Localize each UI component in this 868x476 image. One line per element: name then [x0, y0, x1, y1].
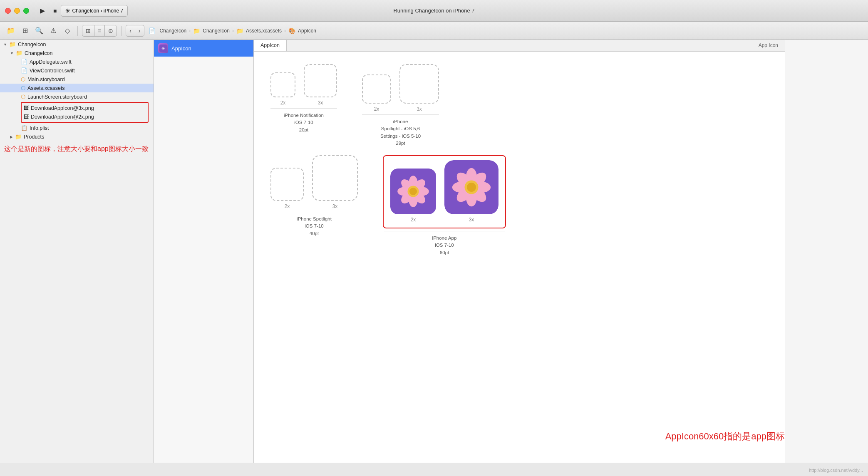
sidebar-item-icon3x[interactable]: 🖼 DownloadAppIcon@3x.png [22, 104, 148, 112]
close-button[interactable] [5, 8, 11, 14]
icon-grid-area: 2x 3x iPhone NotificationiOS 7-1020pt [254, 52, 785, 463]
sidebar-item-infoplist[interactable]: 📋 Info.plist [0, 124, 154, 132]
sidebar-viewcontroller-label: ViewController.swift [30, 68, 75, 74]
hierarchy-icon-btn[interactable]: ⊞ [19, 25, 31, 37]
bottom-annotation-area: AppIcon60x60指的是app图标 [665, 430, 785, 443]
svg-point-21 [467, 183, 476, 192]
sidebar-assets-label: Assets.xcassets [27, 85, 65, 91]
settings-2x-scale: 2x [374, 106, 379, 112]
appicon-label: AppIcon [171, 45, 191, 52]
url-label: http://blog.csdn.net/wddy... [809, 468, 863, 473]
sidebar-launchscreen-label: LaunchScreen.storyboard [27, 94, 87, 100]
sidebar-item-assets[interactable]: ⬡ Assets.xcassets [0, 84, 154, 92]
app-2x-slot[interactable] [390, 169, 436, 214]
right-inspector [785, 40, 868, 463]
sidebar-infoplist-label: Info.plist [30, 125, 49, 131]
appicon-icon: ✳ [158, 43, 168, 53]
settings-3x-scale: 3x [417, 106, 422, 112]
sidebar-mainstoryboard-label: Main.storyboard [27, 77, 65, 82]
titlebar: ▶ ■ ✳ ChangeIcon › iPhone 7 Running Chan… [0, 0, 868, 22]
sidebar-root[interactable]: ▼ 📁 ChangeIcon [0, 40, 154, 49]
settings-3x-slot[interactable] [399, 64, 439, 104]
notification-section: 2x 3x iPhone NotificationiOS 7-1020pt [270, 64, 337, 147]
nav-group: ⊞ ≡ ⊙ [82, 25, 117, 37]
sidebar-products-label: Products [24, 134, 44, 140]
appicon-tab[interactable]: AppIcon [254, 40, 287, 51]
main-content: AppIcon App Icon 2x 3x [254, 40, 785, 463]
notification-title: iPhone NotificationiOS 7-1020pt [284, 112, 324, 134]
appicon-asset-item[interactable]: ✳ AppIcon [154, 40, 253, 57]
tab-right-label: App Icon [752, 40, 785, 51]
red-outline-files: 🖼 DownloadAppIcon@3x.png 🖼 DownloadAppIc… [21, 102, 149, 123]
app-3x-slot[interactable] [444, 160, 498, 214]
sidebar-changeicon-label: ChangeIcon [25, 50, 52, 56]
separator1 [77, 26, 78, 36]
window-title: Running ChangeIcon on iPhone 7 [393, 7, 474, 14]
tag-icon-btn[interactable]: ◇ [62, 25, 73, 37]
nav-arrows: ‹ › [126, 25, 144, 37]
settings-col-2x: 2x [362, 74, 391, 112]
iphone-app-section: 2x [383, 155, 506, 256]
sidebar-icon2x-label: DownloadAppIcon@2x.png [31, 114, 94, 120]
app-3x-scale: 3x [469, 217, 474, 223]
notification-2x-scale: 2x [280, 100, 286, 106]
notification-col-2x: 2x [270, 72, 295, 106]
sidebar-item-appdelegate[interactable]: 📄 AppDelegate.swift [0, 57, 154, 66]
app-2x-scale: 2x [411, 217, 416, 223]
settings-title: iPhoneSpotlight - iOS 5,6Settings - iOS … [380, 118, 421, 147]
warning-icon-btn[interactable]: ⚠ [47, 25, 59, 37]
sidebar-annotation: 这个是新的图标，注意大小要和app图标大小一致 [0, 141, 154, 157]
main-layout: ▼ 📁 ChangeIcon ▼ 📁 ChangeIcon 📄 AppDeleg… [0, 40, 868, 463]
sidebar-item-icon2x[interactable]: 🖼 DownloadAppIcon@2x.png [22, 112, 148, 121]
iphone-spotlight-col-2x: 2x [270, 168, 304, 209]
flower-3x-icon [449, 164, 494, 210]
notification-2x-slot[interactable] [270, 72, 295, 97]
app-col-2x: 2x [390, 169, 436, 223]
sidebar-item-viewcontroller[interactable]: 📄 ViewController.swift [0, 66, 154, 75]
grid-view-btn[interactable]: ⊞ [82, 25, 94, 36]
traffic-lights [5, 8, 29, 14]
settings-col-3x: 3x [399, 64, 439, 112]
folder-icon-btn[interactable]: 📁 [5, 25, 17, 37]
flower-2x-icon [394, 173, 432, 210]
maximize-button[interactable] [23, 8, 29, 14]
svg-point-11 [409, 188, 417, 195]
tab-bar: AppIcon App Icon [254, 40, 785, 52]
sidebar-item-changeicon-folder[interactable]: ▼ 📁 ChangeIcon [0, 49, 154, 57]
sidebar: ▼ 📁 ChangeIcon ▼ 📁 ChangeIcon 📄 AppDeleg… [0, 40, 154, 463]
settings-2x-slot[interactable] [362, 74, 391, 104]
search-icon-btn[interactable]: 🔍 [33, 25, 45, 37]
svg-text:✳: ✳ [161, 46, 165, 51]
scheme-selector[interactable]: ✳ ChangeIcon › iPhone 7 [61, 5, 128, 17]
list-view-btn[interactable]: ≡ [94, 25, 104, 36]
iphone-spotlight-title: iPhone SpotlightiOS 7-1040pt [297, 216, 332, 237]
app-title: iPhone AppiOS 7-1060pt [432, 235, 457, 256]
notification-3x-scale: 3x [318, 100, 323, 106]
sidebar-icon3x-label: DownloadAppIcon@3x.png [31, 105, 94, 111]
run-button[interactable]: ▶ [36, 5, 49, 17]
app-col-3x: 3x [444, 160, 498, 223]
toolbar: 📁 ⊞ 🔍 ⚠ ◇ ⊞ ≡ ⊙ ‹ › 📄 ChangeIcon › 📁 Cha… [0, 22, 868, 40]
asset-navigator: ✳ AppIcon [154, 40, 254, 463]
scheme-label: ChangeIcon › iPhone 7 [72, 8, 123, 14]
nav-back-btn[interactable]: ‹ [126, 25, 135, 36]
spotlight-settings-section: 2x 3x iPhoneSpotlight - iOS 5,6Settings … [362, 64, 439, 147]
iphone-spotlight-2x-scale: 2x [285, 203, 290, 209]
iphone-spotlight-2x-slot[interactable] [270, 168, 304, 201]
notification-col-3x: 3x [304, 64, 337, 106]
sidebar-item-products[interactable]: ▶ 📁 Products [0, 132, 154, 141]
graph-view-btn[interactable]: ⊙ [104, 25, 117, 36]
iphone-spotlight-col-3x: 3x [312, 155, 358, 209]
sidebar-item-launchscreen[interactable]: ⬡ LaunchScreen.storyboard [0, 92, 154, 101]
iphone-spotlight-3x-slot[interactable] [312, 155, 358, 201]
bottom-annotation-text: AppIcon60x60指的是app图标 [665, 430, 785, 443]
minimize-button[interactable] [14, 8, 20, 14]
stop-button[interactable]: ■ [49, 5, 61, 17]
iphone-spotlight-section: 2x 3x iPhone SpotlightiOS 7-1040pt [270, 155, 358, 256]
nav-forward-btn[interactable]: › [135, 25, 144, 36]
notification-3x-slot[interactable] [304, 64, 337, 97]
separator2 [121, 26, 122, 36]
sidebar-root-label: ChangeIcon [18, 42, 46, 47]
sidebar-item-mainstoryboard[interactable]: ⬡ Main.storyboard [0, 75, 154, 84]
iphone-spotlight-3x-scale: 3x [332, 203, 338, 209]
